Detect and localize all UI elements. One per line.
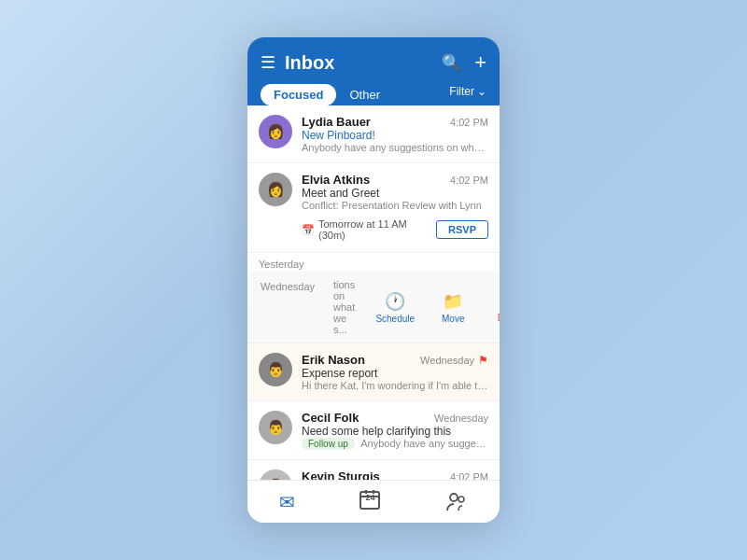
email-content-elvia: Elvia Atkins 4:02 PM Meet and Greet Conf…	[302, 173, 488, 243]
email-item-elvia[interactable]: 👩 Elvia Atkins 4:02 PM Meet and Greet Co…	[247, 163, 500, 253]
email-item-lydia[interactable]: 👩 Lydia Bauer 4:02 PM New Pinboard! Anyb…	[247, 105, 500, 163]
email-item-kevin[interactable]: 👨 Kevin Sturgis 4:02 PM	[247, 460, 500, 480]
rsvp-time: 📅 Tomorrow at 11 AM (30m)	[302, 218, 436, 241]
avatar-cecil: 👨	[259, 411, 292, 444]
email-time: 4:02 PM	[450, 471, 488, 480]
mail-icon: ✉	[279, 491, 295, 513]
people-icon	[445, 491, 468, 513]
follow-up-tag: Follow up	[302, 438, 355, 450]
move-icon: 📁	[443, 291, 463, 312]
date-separator-wednesday: Wednesday	[247, 272, 322, 343]
sender-name: Lydia Bauer	[302, 115, 371, 129]
email-header-row: Elvia Atkins 4:02 PM	[302, 173, 488, 187]
email-time: 4:02 PM	[450, 175, 488, 186]
header-right: 🔍 +	[442, 50, 486, 75]
email-header-row: Lydia Bauer 4:02 PM	[302, 115, 488, 129]
email-time: 4:02 PM	[450, 117, 488, 128]
sender-name: Erik Nason	[302, 353, 365, 367]
time-flag-group: Wednesday ⚑	[420, 354, 488, 367]
email-content-kevin: Kevin Sturgis 4:02 PM	[302, 469, 488, 480]
swipe-row: Wednesday tions on what we s... 🕐 Schedu…	[247, 272, 500, 343]
menu-icon[interactable]: ☰	[261, 52, 275, 73]
email-preview: Conflict: Presentation Review with Lynn	[302, 200, 488, 211]
avatar-lydia: 👩	[259, 115, 292, 148]
tab-row: Focused Other Filter ⌄	[261, 84, 486, 105]
search-icon[interactable]: 🔍	[442, 53, 461, 73]
email-content-erik: Erik Nason Wednesday ⚑ Expense report Hi…	[302, 353, 488, 391]
rsvp-button[interactable]: RSVP	[436, 220, 488, 239]
calendar-day: 24	[365, 493, 374, 502]
swiped-preview: tions on what we s...	[322, 272, 366, 343]
header-top: ☰ Inbox 🔍 +	[261, 50, 486, 75]
nav-calendar[interactable]: 24	[359, 488, 381, 515]
schedule-icon: 🕐	[385, 291, 405, 312]
sender-name: Kevin Sturgis	[302, 469, 380, 480]
calendar-icon: 📅	[302, 224, 315, 236]
tab-other[interactable]: Other	[342, 84, 388, 105]
email-header-row: Kevin Sturgis 4:02 PM	[302, 469, 488, 480]
bottom-nav: ✉ 24	[247, 480, 500, 523]
avatar-kevin: 👨	[259, 469, 292, 480]
tabs: Focused Other	[261, 84, 388, 105]
email-subject: Need some help clarifying this	[302, 425, 488, 438]
rsvp-row: 📅 Tomorrow at 11 AM (30m) RSVP	[302, 215, 488, 243]
svg-point-4	[450, 494, 458, 501]
header-left: ☰ Inbox	[261, 52, 334, 74]
email-subject: Meet and Greet	[302, 187, 488, 200]
delete-action-button[interactable]: 🗑 Delete	[482, 272, 500, 343]
avatar-elvia: 👩	[259, 173, 292, 206]
flag-icon: ⚑	[478, 354, 488, 367]
nav-people[interactable]	[445, 491, 468, 513]
nav-mail[interactable]: ✉	[279, 491, 295, 513]
date-separator-yesterday: Yesterday	[247, 253, 500, 272]
filter-button[interactable]: Filter ⌄	[449, 85, 486, 105]
email-preview: Follow up Anybody have any suggestions o…	[302, 438, 488, 450]
header: ☰ Inbox 🔍 + Focused Other Filter ⌄	[247, 37, 500, 105]
sender-name: Cecil Folk	[302, 411, 359, 425]
email-item-erik[interactable]: 👨 Erik Nason Wednesday ⚑ Expense report …	[247, 343, 500, 401]
svg-point-5	[458, 497, 464, 502]
email-preview: Hi there Kat, I'm wondering if I'm able …	[302, 380, 488, 391]
tab-focused[interactable]: Focused	[261, 84, 336, 105]
schedule-label: Schedule	[375, 314, 415, 324]
email-time: Wednesday	[420, 355, 474, 366]
action-buttons: 🕐 Schedule 📁 Move 🗑 Delete	[366, 272, 500, 343]
add-icon[interactable]: +	[474, 50, 486, 75]
move-label: Move	[442, 314, 464, 324]
email-header-row: Erik Nason Wednesday ⚑	[302, 353, 488, 367]
email-content-cecil: Cecil Folk Wednesday Need some help clar…	[302, 411, 488, 450]
page-title: Inbox	[285, 52, 334, 74]
move-action-button[interactable]: 📁 Move	[424, 272, 482, 343]
email-content-lydia: Lydia Bauer 4:02 PM New Pinboard! Anybod…	[302, 115, 488, 153]
sender-name: Elvia Atkins	[302, 173, 370, 187]
email-time: Wednesday	[434, 413, 488, 424]
chevron-down-icon: ⌄	[477, 85, 486, 98]
email-subject: Expense report	[302, 367, 488, 380]
email-subject: New Pinboard!	[302, 129, 488, 142]
avatar-erik: 👨	[259, 353, 292, 386]
email-item-cecil[interactable]: 👨 Cecil Folk Wednesday Need some help cl…	[247, 401, 500, 460]
email-header-row: Cecil Folk Wednesday	[302, 411, 488, 425]
email-list: 👩 Lydia Bauer 4:02 PM New Pinboard! Anyb…	[247, 105, 500, 480]
calendar-icon: 24	[359, 488, 381, 515]
phone-container: ☰ Inbox 🔍 + Focused Other Filter ⌄ 👩	[247, 37, 500, 523]
email-preview: Anybody have any suggestions on what we …	[302, 142, 488, 153]
schedule-action-button[interactable]: 🕐 Schedule	[366, 272, 424, 343]
delete-label: Delete	[498, 313, 500, 323]
